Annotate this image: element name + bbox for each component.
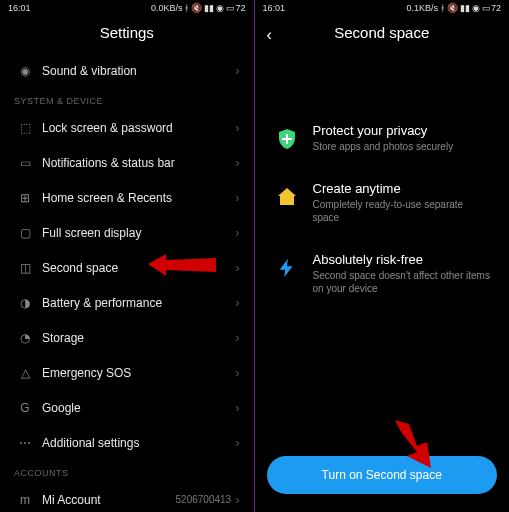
row-lock-screen[interactable]: ⬚ Lock screen & password › <box>14 110 240 145</box>
battery-icon: ◑ <box>14 296 36 310</box>
page-title: ‹ Second space <box>255 16 510 53</box>
row-battery[interactable]: ◑ Battery & performance › <box>14 285 240 320</box>
row-emergency[interactable]: △ Emergency SOS › <box>14 355 240 390</box>
mute-icon: 🔇 <box>447 3 458 13</box>
feature-riskfree: Absolutely risk-free Second space doesn'… <box>255 242 510 313</box>
row-label: Notifications & status bar <box>36 156 235 170</box>
chevron-right-icon: › <box>235 225 239 240</box>
fullscreen-icon: ▢ <box>14 226 36 240</box>
status-indicators: 0.0KB/s ᚼ 🔇 ▮▮ ◉ ▭72 <box>151 3 246 13</box>
row-label: Sound & vibration <box>36 64 235 78</box>
wifi-icon: ◉ <box>472 3 480 13</box>
status-bar: 16:01 0.1KB/s ᚼ 🔇 ▮▮ ◉ ▭72 <box>255 0 510 16</box>
row-label: Mi Account <box>36 493 176 507</box>
feature-title: Protect your privacy <box>313 123 492 138</box>
row-label: Home screen & Recents <box>36 191 235 205</box>
battery-icon: ▭72 <box>482 3 501 13</box>
row-additional[interactable]: ⋯ Additional settings › <box>14 425 240 460</box>
settings-screen: 16:01 0.0KB/s ᚼ 🔇 ▮▮ ◉ ▭72 Settings ◉ So… <box>0 0 255 512</box>
status-indicators: 0.1KB/s ᚼ 🔇 ▮▮ ◉ ▭72 <box>406 3 501 13</box>
status-bar: 16:01 0.0KB/s ᚼ 🔇 ▮▮ ◉ ▭72 <box>0 0 254 16</box>
sound-icon: ◉ <box>14 64 36 78</box>
row-mi-account[interactable]: m Mi Account 5206700413 › <box>14 482 240 512</box>
row-label: Google <box>36 401 235 415</box>
turn-on-second-space-button[interactable]: Turn on Second space <box>267 456 498 494</box>
emergency-icon: △ <box>14 366 36 380</box>
back-button[interactable]: ‹ <box>267 26 272 44</box>
storage-icon: ◔ <box>14 331 36 345</box>
feature-subtitle: Store apps and photos securely <box>313 140 492 153</box>
feature-title: Absolutely risk-free <box>313 252 492 267</box>
row-label: Storage <box>36 331 235 345</box>
lock-icon: ⬚ <box>14 121 36 135</box>
row-label: Lock screen & password <box>36 121 235 135</box>
second-space-screen: 16:01 0.1KB/s ᚼ 🔇 ▮▮ ◉ ▭72 ‹ Second spac… <box>255 0 510 512</box>
wifi-icon: ◉ <box>216 3 224 13</box>
notif-icon: ▭ <box>14 156 36 170</box>
signal-icon: ▮▮ <box>460 3 470 13</box>
chevron-right-icon: › <box>235 260 239 275</box>
feature-privacy: Protect your privacy Store apps and phot… <box>255 113 510 171</box>
shield-icon <box>273 125 301 153</box>
mute-icon: 🔇 <box>191 3 202 13</box>
mi-icon: m <box>14 493 36 507</box>
feature-subtitle: Second space doesn't affect other items … <box>313 269 492 295</box>
row-home-screen[interactable]: ⊞ Home screen & Recents › <box>14 180 240 215</box>
row-label: Full screen display <box>36 226 235 240</box>
row-label: Battery & performance <box>36 296 235 310</box>
row-label: Emergency SOS <box>36 366 235 380</box>
settings-list[interactable]: ◉ Sound & vibration › SYSTEM & DEVICE ⬚ … <box>0 53 254 512</box>
chevron-right-icon: › <box>235 155 239 170</box>
chevron-right-icon: › <box>235 400 239 415</box>
section-header-accounts: ACCOUNTS <box>14 460 240 482</box>
bluetooth-icon: ᚼ <box>440 3 445 13</box>
account-id: 5206700413 <box>176 494 236 505</box>
feature-create: Create anytime Completely ready-to-use s… <box>255 171 510 242</box>
chevron-right-icon: › <box>235 63 239 78</box>
battery-icon: ▭72 <box>226 3 245 13</box>
chevron-right-icon: › <box>235 435 239 450</box>
row-label: Second space <box>36 261 235 275</box>
signal-icon: ▮▮ <box>204 3 214 13</box>
bluetooth-icon: ᚼ <box>184 3 189 13</box>
clock: 16:01 <box>263 3 286 13</box>
chevron-right-icon: › <box>235 295 239 310</box>
google-icon: G <box>14 401 36 415</box>
feature-list: Protect your privacy Store apps and phot… <box>255 53 510 313</box>
second-space-icon: ◫ <box>14 261 36 275</box>
row-second-space[interactable]: ◫ Second space › <box>14 250 240 285</box>
home-screen-icon: ⊞ <box>14 191 36 205</box>
clock: 16:01 <box>8 3 31 13</box>
row-google[interactable]: G Google › <box>14 390 240 425</box>
row-storage[interactable]: ◔ Storage › <box>14 320 240 355</box>
chevron-right-icon: › <box>235 190 239 205</box>
section-header-system: SYSTEM & DEVICE <box>14 88 240 110</box>
row-fullscreen[interactable]: ▢ Full screen display › <box>14 215 240 250</box>
feature-subtitle: Completely ready-to-use separate space <box>313 198 492 224</box>
chevron-right-icon: › <box>235 492 239 507</box>
row-sound[interactable]: ◉ Sound & vibration › <box>14 53 240 88</box>
row-notifications[interactable]: ▭ Notifications & status bar › <box>14 145 240 180</box>
bolt-icon <box>273 254 301 282</box>
page-title: Settings <box>0 16 254 53</box>
chevron-right-icon: › <box>235 365 239 380</box>
more-icon: ⋯ <box>14 436 36 450</box>
home-icon <box>273 183 301 211</box>
feature-title: Create anytime <box>313 181 492 196</box>
chevron-right-icon: › <box>235 330 239 345</box>
row-label: Additional settings <box>36 436 235 450</box>
chevron-right-icon: › <box>235 120 239 135</box>
